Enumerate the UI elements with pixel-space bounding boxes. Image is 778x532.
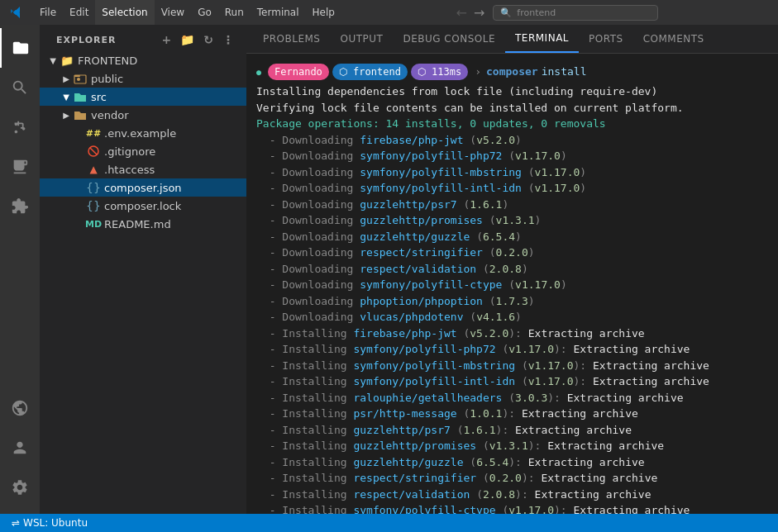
- settings-icon[interactable]: [0, 468, 40, 507]
- menu-file[interactable]: File: [33, 0, 63, 25]
- terminal[interactable]: ● Fernando ⬡ frontend ⬡ 113ms › composer…: [246, 54, 778, 514]
- terminal-prompt-1: ● Fernando ⬡ frontend ⬡ 113ms › composer…: [256, 64, 768, 80]
- status-remote[interactable]: ⇌ WSL: Ubuntu: [7, 514, 93, 532]
- folder-icon: 📁: [60, 53, 74, 68]
- tree-item-composer-lock[interactable]: {} composer.lock: [40, 197, 246, 215]
- terminal-line: - Downloading guzzlehttp/guzzle (6.5.4): [256, 229, 768, 245]
- terminal-line: - Installing symfony/polyfill-ctype (v1.…: [256, 502, 768, 514]
- terminal-line: - Downloading phpoption/phpoption (1.7.3…: [256, 293, 768, 310]
- folder-icon: [73, 71, 88, 86]
- terminal-line: - Downloading respect/validation (2.0.8): [256, 261, 768, 278]
- explorer-icon[interactable]: [0, 28, 40, 68]
- title-bar: File Edit Selection View Go Run Terminal…: [0, 0, 778, 25]
- file-icon: {}: [86, 180, 101, 195]
- terminal-line: - Installing guzzlehttp/promises (v1.3.1…: [256, 438, 768, 454]
- nav-arrows: ← →: [455, 3, 487, 22]
- search-box[interactable]: 🔍 frontend: [493, 5, 658, 21]
- collapse-icon[interactable]: ⋮: [221, 31, 236, 48]
- prompt-separator: ›: [475, 64, 481, 80]
- tree-item-public[interactable]: ▶ public: [40, 69, 246, 88]
- terminal-line: - Downloading symfony/polyfill-php72 (v1…: [256, 148, 768, 164]
- tab-terminal[interactable]: TERMINAL: [505, 25, 579, 53]
- tab-debug-console[interactable]: DEBUG CONSOLE: [393, 25, 505, 53]
- tree-item-label: README.md: [104, 218, 246, 230]
- menu-terminal[interactable]: Terminal: [251, 0, 306, 25]
- extensions-icon[interactable]: [0, 187, 40, 226]
- terminal-line: - Installing guzzlehttp/psr7 (1.6.1): Ex…: [256, 422, 768, 439]
- terminal-line: - Downloading guzzlehttp/psr7 (1.6.1): [256, 197, 768, 213]
- file-tree: ▼ 📁 FRONTEND ▶ public ▼ src: [40, 51, 246, 514]
- tree-item-composer-json[interactable]: {} composer.json: [40, 178, 246, 197]
- pill-time: ⬡ 113ms: [411, 64, 468, 80]
- tab-comments[interactable]: COMMENTS: [633, 25, 714, 53]
- tree-item-label: .htaccess: [104, 164, 246, 176]
- menu-edit[interactable]: Edit: [63, 0, 95, 25]
- command-install: install: [542, 64, 587, 80]
- file-icon: ##: [86, 126, 101, 140]
- sidebar: EXPLORER + 📁 ↻ ⋮ ▼ 📁 FRONTEND ▶ publ: [40, 25, 246, 514]
- folder-icon: [73, 89, 88, 104]
- chevron-down-icon: ▼: [46, 56, 60, 65]
- chevron-down-icon: ▼: [60, 93, 73, 102]
- refresh-icon[interactable]: ↻: [202, 31, 216, 48]
- sidebar-title: EXPLORER: [56, 35, 116, 45]
- pill-fernando: Fernando: [268, 64, 329, 80]
- terminal-line: Verifying lock file contents can be inst…: [256, 100, 768, 116]
- terminal-line: - Installing ralouphie/getallheaders (3.…: [256, 390, 768, 406]
- menu-run[interactable]: Run: [218, 0, 251, 25]
- tree-item-label: FRONTEND: [78, 55, 246, 67]
- new-file-icon[interactable]: +: [160, 31, 174, 48]
- back-arrow[interactable]: ←: [455, 3, 469, 22]
- tree-item-src[interactable]: ▼ src: [40, 88, 246, 106]
- menu-bar: File Edit Selection View Go Run Terminal…: [33, 0, 341, 25]
- terminal-line: - Installing guzzlehttp/guzzle (6.5.4): …: [256, 454, 768, 471]
- terminal-line: - Installing symfony/polyfill-mbstring (…: [256, 358, 768, 374]
- source-control-icon[interactable]: [0, 107, 40, 147]
- terminal-line: - Downloading vlucas/phpdotenv (v4.1.6): [256, 309, 768, 325]
- svg-point-2: [77, 78, 80, 81]
- menu-view[interactable]: View: [155, 0, 191, 25]
- prompt-dot: ●: [256, 66, 261, 78]
- tree-item-label: public: [91, 73, 246, 85]
- tree-item-readme[interactable]: MD README.md: [40, 215, 246, 233]
- terminal-line: - Downloading respect/stringifier (0.2.0…: [256, 245, 768, 261]
- tree-item-label: .env.example: [104, 127, 246, 140]
- terminal-line: Installing dependencies from lock file (…: [256, 83, 768, 100]
- tab-output[interactable]: OUTPUT: [331, 25, 394, 53]
- status-bar: ⇌ WSL: Ubuntu: [0, 514, 778, 532]
- tree-item-label: src: [91, 91, 246, 103]
- tree-item-vendor[interactable]: ▶ vendor: [40, 106, 246, 124]
- chevron-right-icon: ▶: [60, 111, 73, 120]
- search-icon: 🔍: [500, 7, 512, 18]
- remote-icon[interactable]: [0, 388, 40, 428]
- terminal-line: - Installing respect/stringifier (0.2.0)…: [256, 470, 768, 487]
- menu-go[interactable]: Go: [191, 0, 218, 25]
- tree-root-frontend[interactable]: ▼ 📁 FRONTEND: [40, 51, 246, 69]
- account-icon[interactable]: [0, 428, 40, 468]
- terminal-line: - Downloading guzzlehttp/promises (v1.3.…: [256, 212, 768, 229]
- forward-arrow[interactable]: →: [472, 3, 486, 22]
- terminal-line: - Downloading firebase/php-jwt (v5.2.0): [256, 132, 768, 149]
- chevron-right-icon: ▶: [60, 74, 73, 83]
- search-icon[interactable]: [0, 68, 40, 107]
- app-logo: [7, 2, 26, 22]
- file-icon: {}: [86, 198, 101, 213]
- terminal-line: Package operations: 14 installs, 0 updat…: [256, 116, 768, 132]
- terminal-line: - Installing symfony/polyfill-intl-idn (…: [256, 373, 768, 390]
- terminal-line: - Installing psr/http-message (1.0.1): E…: [256, 406, 768, 422]
- menu-help[interactable]: Help: [306, 0, 341, 25]
- tab-ports[interactable]: PORTS: [579, 25, 633, 53]
- sidebar-header-icons: + 📁 ↻ ⋮: [160, 31, 236, 48]
- new-folder-icon[interactable]: 📁: [179, 31, 197, 48]
- search-text: frontend: [517, 7, 556, 18]
- run-debug-icon[interactable]: [0, 147, 40, 187]
- tree-item-htaccess[interactable]: ▲ .htaccess: [40, 160, 246, 178]
- tree-item-gitignore[interactable]: .gitignore: [40, 142, 246, 160]
- svg-line-4: [90, 148, 97, 154]
- menu-selection[interactable]: Selection: [95, 0, 154, 25]
- tree-item-env[interactable]: ## .env.example: [40, 124, 246, 142]
- editor-area: PROBLEMS OUTPUT DEBUG CONSOLE TERMINAL P…: [246, 25, 778, 514]
- terminal-line: - Installing symfony/polyfill-php72 (v1.…: [256, 341, 768, 358]
- tab-problems[interactable]: PROBLEMS: [253, 25, 331, 53]
- tree-item-label: vendor: [91, 109, 246, 121]
